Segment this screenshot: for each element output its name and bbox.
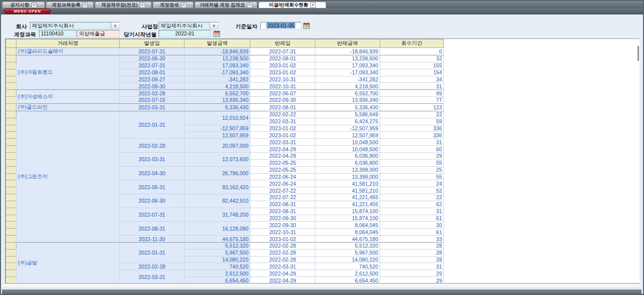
settle-amount-cell[interactable]: 13,936,340	[315, 97, 380, 104]
occur-date-cell[interactable]: 2022-03-31	[120, 270, 185, 284]
settle-amount-cell[interactable]: 44,675,180	[315, 236, 380, 243]
row-header[interactable]	[6, 139, 16, 146]
settle-date-cell[interactable]: 2022-09-30	[250, 97, 315, 104]
settle-amount-cell[interactable]: 740,520	[315, 263, 380, 270]
occur-amount-cell[interactable]: 740,520	[185, 263, 250, 270]
row-header[interactable]	[6, 125, 16, 132]
collect-period-cell[interactable]: 31	[380, 139, 444, 146]
row-header[interactable]	[6, 180, 16, 187]
settle-amount-cell[interactable]: 15,874,100	[315, 208, 380, 215]
settle-date-cell[interactable]: 2022-08-31	[250, 208, 315, 215]
column-header[interactable]: 발생금액	[185, 39, 250, 48]
occur-date-cell[interactable]: 2022-06-30	[120, 194, 185, 208]
collect-period-cell[interactable]: 28	[380, 249, 444, 256]
occur-amount-cell[interactable]: -341,282	[185, 76, 250, 83]
menu-open-button[interactable]: MENU OPEN	[4, 8, 51, 14]
collect-period-cell[interactable]: 22	[380, 111, 444, 118]
tab[interactable]: 계정과목등록×	[46, 1, 94, 8]
tab[interactable]: 미결/반제회수현황×	[258, 1, 326, 8]
settle-amount-cell[interactable]: 41,581,210	[315, 180, 380, 187]
row-header[interactable]	[6, 263, 16, 270]
occur-date-cell[interactable]: 2022-09-27	[120, 76, 185, 83]
settle-amount-cell[interactable]: 10,048,500	[315, 139, 380, 146]
occur-date-cell[interactable]: 2022-02-28	[120, 139, 185, 153]
company-select[interactable]: 제일제지주식회사 ∨	[30, 22, 120, 29]
row-header[interactable]	[6, 159, 16, 166]
chevron-down-icon[interactable]: ∨	[111, 22, 119, 29]
row-header[interactable]	[6, 62, 16, 69]
collect-period-cell[interactable]: 62	[380, 201, 444, 208]
settle-date-cell[interactable]: 2023-01-02	[250, 132, 315, 139]
settle-date-cell[interactable]: 2022-08-01	[250, 55, 315, 62]
row-header[interactable]	[6, 111, 16, 118]
customer-cell[interactable]: (주)그린조이	[16, 111, 120, 242]
settle-date-cell[interactable]: 2022-02-28	[250, 249, 315, 256]
settle-date-cell[interactable]: 2022-10-31	[250, 83, 315, 90]
settle-date-cell[interactable]: 2022-04-29	[250, 270, 315, 277]
row-header[interactable]	[6, 222, 16, 229]
column-header[interactable]: 반제금액	[315, 39, 380, 48]
settle-date-cell[interactable]: 2022-05-25	[250, 159, 315, 166]
row-header[interactable]	[6, 118, 16, 125]
settle-amount-cell[interactable]: 6,424,275	[315, 118, 380, 125]
row-header[interactable]	[6, 215, 16, 222]
settle-amount-cell[interactable]: 41,221,455	[315, 194, 380, 201]
settle-date-cell[interactable]: 2022-03-31	[250, 139, 315, 146]
row-header[interactable]	[6, 48, 16, 55]
account-name-input[interactable]: 외상매출금	[77, 30, 120, 37]
row-header[interactable]	[6, 103, 16, 111]
collect-period-cell[interactable]: 24	[380, 180, 444, 187]
occur-date-cell[interactable]: 2022-01-31	[120, 111, 185, 138]
settle-amount-cell[interactable]: 41,221,455	[315, 201, 380, 208]
occur-amount-cell[interactable]: 5,512,320	[185, 242, 250, 249]
occur-amount-cell[interactable]: 13,238,500	[185, 55, 250, 62]
settle-amount-cell[interactable]: 4,218,500	[315, 83, 380, 90]
settle-amount-cell[interactable]: 41,581,210	[315, 187, 380, 194]
row-header[interactable]	[6, 187, 16, 194]
chevron-down-icon[interactable]: ∨	[210, 22, 218, 29]
column-header[interactable]: 회수기간	[380, 39, 444, 48]
occur-date-cell[interactable]: 2022-07-31	[120, 62, 185, 69]
row-header[interactable]	[6, 76, 16, 83]
row-header[interactable]	[6, 249, 16, 256]
column-header[interactable]: 발생일	[120, 39, 185, 48]
tab[interactable]: 계정명세×	[153, 1, 194, 8]
settle-date-cell[interactable]: 2022-02-28	[250, 242, 315, 249]
collect-period-cell[interactable]: 0	[380, 48, 444, 55]
settle-date-cell[interactable]: 2022-03-31	[250, 118, 315, 125]
settle-amount-cell[interactable]: 13,398,000	[315, 173, 380, 180]
occur-date-cell[interactable]: 2022-11-30	[120, 236, 185, 243]
occur-date-cell[interactable]: 2022-08-01	[120, 69, 185, 76]
row-header[interactable]	[6, 256, 16, 263]
collect-period-cell[interactable]: 55	[380, 159, 444, 166]
settle-amount-cell[interactable]: 10,048,500	[315, 146, 380, 153]
customer-cell[interactable]: (주)거림트렌드	[16, 55, 120, 90]
settle-date-cell[interactable]: 2022-02-22	[250, 111, 315, 118]
occur-amount-cell[interactable]: 6,654,450	[185, 277, 250, 284]
occur-amount-cell[interactable]: 16,128,090	[185, 222, 250, 236]
occur-amount-cell[interactable]: 12,010,924	[185, 111, 250, 125]
settle-date-cell[interactable]: 2022-09-30	[250, 222, 315, 229]
settle-amount-cell[interactable]: 14,080,220	[315, 256, 380, 263]
occur-amount-cell[interactable]: -12,507,959	[185, 125, 250, 132]
occur-date-cell[interactable]: 2022-05-31	[120, 180, 185, 194]
occur-amount-cell[interactable]: 31,748,200	[185, 208, 250, 222]
row-header[interactable]	[6, 132, 16, 139]
settle-amount-cell[interactable]: 5,512,320	[315, 242, 380, 249]
settle-date-cell[interactable]: 2022-02-28	[250, 256, 315, 263]
account-code-input[interactable]: 11100410	[39, 30, 76, 37]
settle-amount-cell[interactable]: 13,398,000	[315, 166, 380, 173]
settle-date-cell[interactable]: 2022-10-31	[250, 76, 315, 83]
collect-period-cell[interactable]: 30	[380, 222, 444, 229]
collect-period-cell[interactable]: 154	[380, 69, 444, 76]
collect-period-cell[interactable]: 31	[380, 208, 444, 215]
settle-date-cell[interactable]: 2022-08-31	[250, 201, 315, 208]
settle-date-cell[interactable]: 2022-04-29	[250, 277, 315, 284]
collect-period-cell[interactable]: 25	[380, 166, 444, 173]
occur-amount-cell[interactable]: 44,675,180	[185, 236, 250, 243]
occur-amount-cell[interactable]: 5,336,430	[185, 103, 250, 111]
collect-period-cell[interactable]: 28	[380, 242, 444, 249]
collect-period-cell[interactable]: 61	[380, 215, 444, 222]
settle-date-cell[interactable]: 2022-07-22	[250, 194, 315, 201]
occur-amount-cell[interactable]: 83,162,420	[185, 180, 250, 194]
